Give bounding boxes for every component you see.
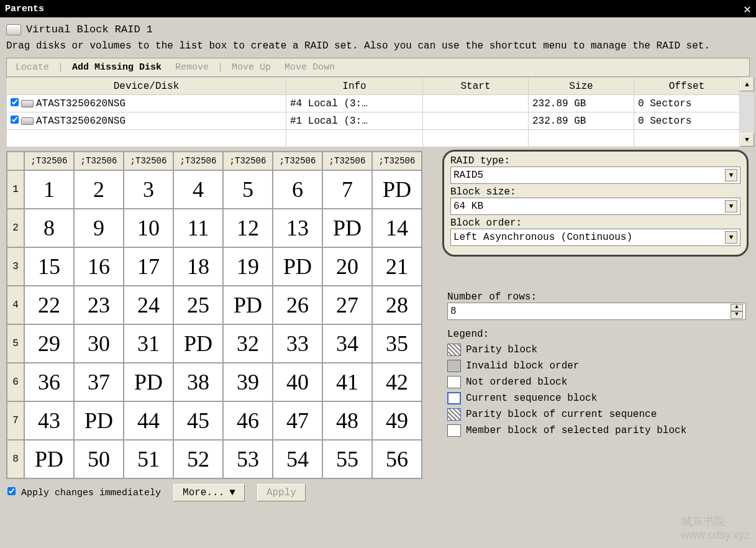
col-offset[interactable]: Offset (634, 78, 740, 95)
parity-block-cell[interactable]: PD (223, 286, 273, 324)
data-block-cell[interactable]: 23 (74, 286, 124, 324)
parity-block-cell[interactable]: PD (74, 401, 124, 440)
block-order-select[interactable]: Left Asynchronous (Continuous) ▼ (450, 229, 740, 246)
data-block-cell[interactable]: 3 (124, 170, 173, 209)
num-rows-input[interactable]: 8 ▲ ▼ (447, 303, 746, 320)
data-block-cell[interactable]: 7 (322, 170, 372, 209)
data-block-cell[interactable]: 26 (273, 286, 322, 324)
data-block-cell[interactable]: 33 (273, 324, 322, 363)
data-block-cell[interactable]: 49 (372, 401, 422, 440)
add-missing-disk-button[interactable]: Add Missing Disk (67, 61, 166, 74)
data-block-cell[interactable]: 43 (24, 401, 74, 440)
parity-block-cell[interactable]: PD (24, 440, 74, 478)
data-block-cell[interactable]: 54 (273, 440, 322, 478)
raid-type-select[interactable]: RAID5 ▼ (450, 167, 740, 184)
col-info[interactable]: Info (286, 78, 423, 95)
data-block-cell[interactable]: 48 (322, 401, 372, 440)
data-block-cell[interactable]: 1 (24, 170, 74, 209)
grid-col-header[interactable]: ;T32506 (124, 152, 173, 170)
grid-row-header[interactable]: 4 (7, 286, 24, 324)
data-block-cell[interactable]: 31 (124, 324, 173, 363)
grid-row-header[interactable]: 3 (7, 247, 24, 286)
spinner-up-icon[interactable]: ▲ (731, 304, 743, 311)
data-block-cell[interactable]: 10 (124, 209, 173, 247)
data-block-cell[interactable]: 8 (24, 209, 74, 247)
data-block-cell[interactable]: 14 (372, 209, 422, 247)
data-block-cell[interactable]: 29 (24, 324, 74, 363)
data-block-cell[interactable]: 51 (124, 440, 173, 478)
data-block-cell[interactable]: 38 (173, 363, 223, 401)
grid-row-header[interactable]: 6 (7, 363, 24, 401)
parity-block-cell[interactable]: PD (273, 247, 322, 286)
grid-col-header[interactable]: ;T32506 (173, 152, 223, 170)
table-row-partial[interactable] (7, 130, 755, 147)
scroll-up-icon[interactable]: ▲ (740, 78, 754, 91)
data-block-cell[interactable]: 46 (223, 401, 273, 440)
move-down-button[interactable]: Move Down (280, 61, 340, 74)
data-block-cell[interactable]: 55 (322, 440, 372, 478)
col-device[interactable]: Device/Disk (7, 78, 286, 95)
data-block-cell[interactable]: 32 (223, 324, 273, 363)
data-block-cell[interactable]: 41 (322, 363, 372, 401)
data-block-cell[interactable]: 44 (124, 401, 173, 440)
table-row[interactable]: ATAST3250620NSG #4 Local (3:… 232.89 GB … (7, 95, 755, 112)
grid-row-header[interactable]: 2 (7, 209, 24, 247)
data-block-cell[interactable]: 40 (273, 363, 322, 401)
table-row[interactable]: ATAST3250620NSG #1 Local (3:… 232.89 GB … (7, 112, 755, 130)
apply-immediately-checkbox[interactable]: Apply changes immediately (7, 487, 161, 498)
data-block-cell[interactable]: 47 (273, 401, 322, 440)
data-block-cell[interactable]: 19 (223, 247, 273, 286)
spinner-down-icon[interactable]: ▼ (731, 311, 743, 319)
data-block-cell[interactable]: 27 (322, 286, 372, 324)
block-size-select[interactable]: 64 KB ▼ (450, 198, 740, 215)
grid-col-header[interactable]: ;T32506 (322, 152, 372, 170)
close-icon[interactable]: ✕ (744, 1, 751, 17)
data-block-cell[interactable]: 52 (173, 440, 223, 478)
grid-col-header[interactable]: ;T32506 (24, 152, 74, 170)
data-block-cell[interactable]: 45 (173, 401, 223, 440)
data-block-cell[interactable]: 24 (124, 286, 173, 324)
col-start[interactable]: Start (423, 78, 529, 95)
grid-row-header[interactable]: 5 (7, 324, 24, 363)
data-block-cell[interactable]: 2 (74, 170, 124, 209)
data-block-cell[interactable]: 28 (372, 286, 422, 324)
grid-row-header[interactable]: 8 (7, 440, 24, 478)
remove-button[interactable]: Remove (170, 61, 214, 74)
data-block-cell[interactable]: 13 (273, 209, 322, 247)
data-block-cell[interactable]: 37 (74, 363, 124, 401)
scrollbar-track[interactable] (740, 91, 754, 133)
grid-row-header[interactable]: 7 (7, 401, 24, 440)
parity-block-cell[interactable]: PD (173, 324, 223, 363)
data-block-cell[interactable]: 34 (322, 324, 372, 363)
locate-button[interactable]: Locate (11, 61, 54, 74)
data-block-cell[interactable]: 56 (372, 440, 422, 478)
data-block-cell[interactable]: 36 (24, 363, 74, 401)
data-block-cell[interactable]: 9 (74, 209, 124, 247)
data-block-cell[interactable]: 16 (74, 247, 124, 286)
row-checkbox[interactable] (11, 98, 19, 106)
move-up-button[interactable]: Move Up (227, 61, 276, 74)
data-block-cell[interactable]: 50 (74, 440, 124, 478)
parity-block-cell[interactable]: PD (372, 170, 422, 209)
data-block-cell[interactable]: 30 (74, 324, 124, 363)
grid-row-header[interactable]: 1 (7, 170, 24, 209)
data-block-cell[interactable]: 20 (322, 247, 372, 286)
data-block-cell[interactable]: 15 (24, 247, 74, 286)
data-block-cell[interactable]: 17 (124, 247, 173, 286)
parity-block-cell[interactable]: PD (124, 363, 173, 401)
grid-col-header[interactable]: ;T32506 (223, 152, 273, 170)
apply-button[interactable]: Apply (257, 484, 306, 501)
data-block-cell[interactable]: 18 (173, 247, 223, 286)
scroll-down-icon[interactable]: ▼ (740, 133, 754, 147)
data-block-cell[interactable]: 35 (372, 324, 422, 363)
parity-block-cell[interactable]: PD (322, 209, 372, 247)
grid-col-header[interactable]: ;T32506 (372, 152, 422, 170)
grid-col-header[interactable]: ;T32506 (74, 152, 124, 170)
data-block-cell[interactable]: 53 (223, 440, 273, 478)
spinner-control[interactable]: ▲ ▼ (731, 304, 743, 319)
data-block-cell[interactable]: 12 (223, 209, 273, 247)
grid-col-header[interactable]: ;T32506 (273, 152, 322, 170)
data-block-cell[interactable]: 39 (223, 363, 273, 401)
data-block-cell[interactable]: 21 (372, 247, 422, 286)
data-block-cell[interactable]: 6 (273, 170, 322, 209)
